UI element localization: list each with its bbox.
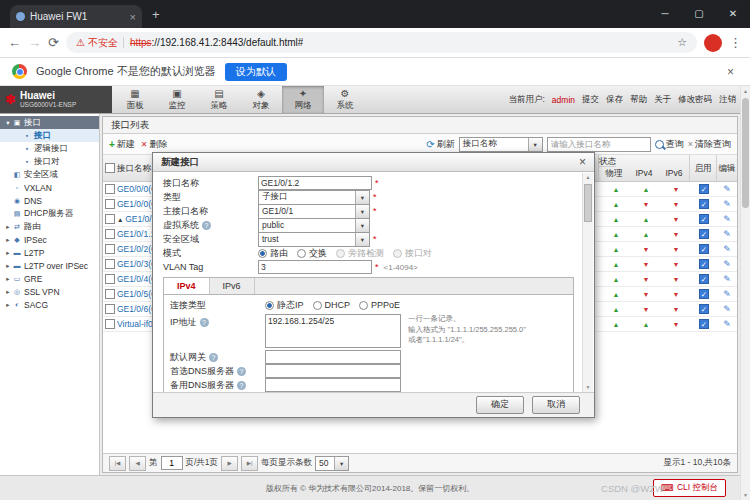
sidebar-item-ipsec[interactable]: ▸◆IPSec (0, 233, 99, 246)
dns-primary-input[interactable] (265, 364, 401, 378)
edit-icon[interactable]: ✎ (723, 319, 731, 329)
select-all-checkbox[interactable] (105, 163, 115, 173)
page-number-input[interactable] (161, 456, 183, 470)
new-tab-button[interactable]: + (152, 8, 160, 21)
ok-button[interactable]: 确定 (476, 396, 524, 414)
sidebar-item-ssl-vpn[interactable]: ▸◎SSL VPN (0, 285, 99, 298)
sidebar-item-l2tp[interactable]: ▸▬L2TP (0, 246, 99, 259)
edit-icon[interactable]: ✎ (723, 274, 731, 284)
tab-ipv6[interactable]: IPv6 (210, 278, 255, 294)
edit-icon[interactable]: ✎ (723, 184, 731, 194)
row-checkbox[interactable] (105, 184, 115, 194)
enable-checkbox[interactable]: ✓ (699, 184, 709, 194)
browser-tab[interactable]: Huawei FW1 × (10, 5, 142, 28)
tree-expander-icon[interactable]: ▸ (4, 236, 12, 244)
minimize-button[interactable]: ─ (648, 0, 682, 28)
close-button[interactable]: ✕ (716, 0, 750, 28)
interface-name-input[interactable] (258, 176, 372, 190)
tree-expander-icon[interactable]: ▸ (4, 275, 12, 283)
enable-checkbox[interactable]: ✓ (699, 244, 709, 254)
dialog-close-icon[interactable]: × (579, 156, 586, 168)
scroll-down-icon[interactable]: ▼ (741, 490, 750, 500)
refresh-button[interactable]: ⟳刷新 (426, 138, 454, 151)
sidebar-item-interface-sub[interactable]: ▪接口 (0, 129, 99, 142)
conn-radio-static-ip[interactable]: 静态IP (265, 299, 304, 312)
scroll-up-icon[interactable]: ▲ (741, 86, 750, 96)
help-icon[interactable]: ? (202, 221, 211, 230)
edit-icon[interactable]: ✎ (723, 304, 731, 314)
prev-page-button[interactable]: ◀ (129, 456, 146, 471)
row-checkbox[interactable] (105, 289, 115, 299)
help-icon[interactable]: ? (209, 353, 218, 362)
sidebar-item-l2tp-over-ipsec[interactable]: ▸▬L2TP over IPSec (0, 259, 99, 272)
page-scrollbar[interactable]: ▲ ▼ (740, 86, 750, 500)
sidebar-item-dhcp-server[interactable]: ▤DHCP服务器 (0, 207, 99, 220)
row-checkbox[interactable] (105, 304, 115, 314)
edit-icon[interactable]: ✎ (723, 214, 731, 224)
edit-icon[interactable]: ✎ (723, 229, 731, 239)
tree-expander-icon[interactable]: ▾ (4, 119, 12, 127)
edit-icon[interactable]: ✎ (723, 259, 731, 269)
tree-expander-icon[interactable]: ▸ (4, 288, 12, 296)
tree-expander-icon[interactable]: ▸ (4, 223, 12, 231)
clear-query-button[interactable]: ×清除查询 (688, 138, 731, 151)
enable-checkbox[interactable]: ✓ (699, 319, 709, 329)
enable-checkbox[interactable]: ✓ (699, 289, 709, 299)
tree-expander-icon[interactable]: ▸ (4, 249, 12, 257)
bookmark-star-icon[interactable]: ☆ (677, 36, 687, 49)
ip-address-textarea[interactable]: 192.168.1.254/25 (265, 314, 401, 348)
sidebar-item-interface[interactable]: ▾▣接口 (0, 116, 99, 129)
row-checkbox[interactable] (105, 274, 115, 284)
filter-field-select[interactable]: 接口名称▾ (459, 137, 543, 152)
sidebar-item-route[interactable]: ▸⇄路由 (0, 220, 99, 233)
notification-close-icon[interactable]: × (727, 65, 738, 79)
mode-radio-route[interactable]: 路由 (258, 247, 288, 260)
tab-ipv4[interactable]: IPv4 (164, 278, 210, 294)
new-button[interactable]: +新建 (109, 138, 135, 151)
edit-icon[interactable]: ✎ (723, 244, 731, 254)
gateway-input[interactable] (265, 350, 401, 364)
nav-item-object[interactable]: ◈对象 (240, 86, 282, 113)
last-page-button[interactable]: ▶| (241, 456, 258, 471)
help-icon[interactable]: ? (200, 318, 209, 327)
nav-item-monitor[interactable]: ▣监控 (156, 86, 198, 113)
dialog-scrollbar[interactable]: ▲ ▼ (582, 173, 593, 392)
browser-menu-icon[interactable]: ⋮ (729, 35, 742, 50)
profile-avatar[interactable] (704, 34, 722, 52)
row-checkbox[interactable] (105, 259, 115, 269)
search-input[interactable] (547, 137, 651, 152)
scrollbar-thumb[interactable] (584, 184, 592, 222)
query-button[interactable]: 查询 (655, 138, 684, 151)
zone-select[interactable]: trust▾ (258, 232, 370, 247)
type-select[interactable]: 子接口▾ (258, 190, 370, 205)
enable-checkbox[interactable]: ✓ (699, 274, 709, 284)
sidebar-item-dns[interactable]: ◉DNS (0, 194, 99, 207)
vlan-tag-input[interactable] (258, 260, 372, 274)
scroll-up-icon[interactable]: ▲ (583, 173, 593, 182)
enable-checkbox[interactable]: ✓ (699, 199, 709, 209)
row-checkbox[interactable] (105, 199, 115, 209)
enable-checkbox[interactable]: ✓ (699, 304, 709, 314)
vsys-select[interactable]: public▾ (258, 218, 370, 233)
parent-interface-select[interactable]: GE1/0/1▾ (258, 204, 370, 219)
enable-checkbox[interactable]: ✓ (699, 259, 709, 269)
sidebar-item-logical-interface[interactable]: ▪逻辑接口 (0, 142, 99, 155)
about-link[interactable]: 关于 (654, 94, 671, 106)
per-page-select[interactable]: 50▾ (315, 456, 349, 471)
nav-item-system[interactable]: ⚙系统 (324, 86, 366, 113)
delete-button[interactable]: ✕删除 (141, 138, 168, 151)
cancel-button[interactable]: 取消 (532, 396, 580, 414)
sidebar-item-gre[interactable]: ▸▭GRE (0, 272, 99, 285)
scrollbar-thumb[interactable] (742, 98, 749, 208)
row-checkbox[interactable] (105, 244, 115, 254)
next-page-button[interactable]: ▶ (221, 456, 238, 471)
enable-checkbox[interactable]: ✓ (699, 229, 709, 239)
nav-item-policy[interactable]: ▤策略 (198, 86, 240, 113)
sidebar-item-security-zone[interactable]: ◧安全区域 (0, 168, 99, 181)
sidebar-item-interface-pair[interactable]: ▪接口对 (0, 155, 99, 168)
mode-radio-switch[interactable]: 交换 (297, 247, 327, 260)
sidebar-item-vxlan[interactable]: ▫VXLAN (0, 181, 99, 194)
change-password-link[interactable]: 修改密码 (678, 94, 712, 106)
row-checkbox[interactable] (105, 319, 115, 329)
save-link[interactable]: 保存 (606, 94, 623, 106)
